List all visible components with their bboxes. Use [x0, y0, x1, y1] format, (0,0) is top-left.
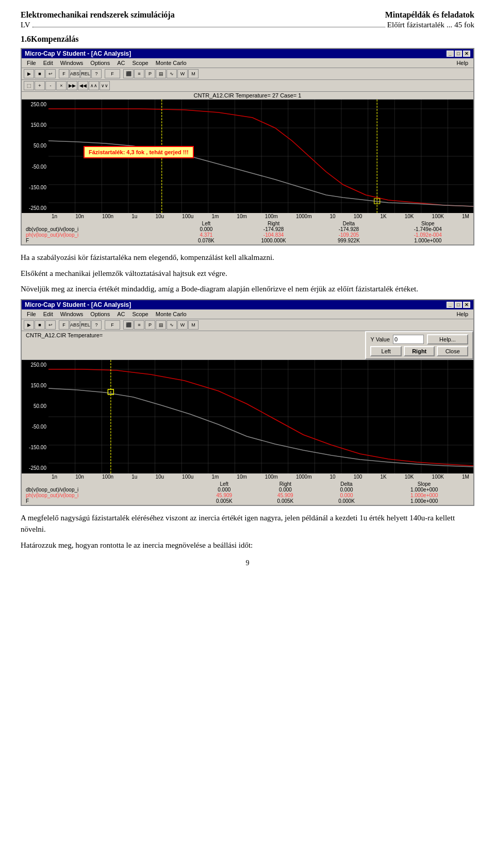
menu-edit-2[interactable]: Edit	[40, 310, 56, 318]
toolbar-btn-8[interactable]: F	[105, 69, 120, 78]
toolbar-btn-1[interactable]: ▶	[24, 69, 34, 78]
toolbar2-btn-8[interactable]: F	[105, 320, 120, 330]
toolbar2-btn-7[interactable]: ?	[91, 320, 102, 330]
toolbar-btn-b2[interactable]: +	[35, 81, 45, 90]
menu-montecarlo-1[interactable]: Monte Carlo	[153, 59, 190, 67]
close-btn-2[interactable]: ✕	[463, 302, 470, 308]
menubar-2: File Edit Windows Options AC Scope Monte…	[22, 309, 473, 319]
maximize-btn[interactable]: □	[455, 51, 462, 57]
toolbar2-btn-15[interactable]: M	[188, 320, 199, 330]
toolbar-btn-b1[interactable]: ⬚	[24, 81, 34, 90]
minimize-btn-2[interactable]: _	[447, 302, 454, 308]
x-axis-1: 1n 10n 100n 1u 10u 100u 1m 10m 100m 1000…	[22, 213, 473, 220]
toolbar-btn-b6[interactable]: ◀◀	[78, 81, 88, 90]
menu-scope-1[interactable]: Scope	[129, 59, 152, 67]
y-label-2: 150.00	[23, 122, 47, 128]
col-h4: Slope	[385, 221, 471, 226]
col-h3: Delta	[313, 221, 384, 226]
menu-file-1[interactable]: File	[24, 59, 39, 67]
toolbar2-btn-13[interactable]: ∿	[167, 320, 177, 330]
toolbar2-btn-2[interactable]: ■	[35, 320, 45, 330]
toolbar2-btn-6[interactable]: REL	[80, 320, 91, 330]
row2-1-label: db(v(loop_out)/v(loop_i	[24, 487, 193, 493]
toolbar2-btn-9[interactable]: ⬛	[123, 320, 134, 330]
data-table-2: Left Right Delta Slope db(v(loop_out)/v(…	[24, 481, 471, 504]
toolbar-btn-11[interactable]: P	[145, 69, 155, 78]
toolbar-btn-b4[interactable]: ×	[56, 81, 67, 90]
maximize-btn-2[interactable]: □	[455, 302, 462, 308]
toolbar-btn-15[interactable]: M	[188, 69, 199, 78]
row2-3-delta: 0.000K	[316, 498, 377, 504]
row1-left: 0.000	[178, 226, 234, 232]
y2-label-4: -50.00	[23, 424, 47, 430]
body-text-1: Ha a szabályozási kör fázistartaléka nem…	[21, 252, 474, 264]
row2-delta: -109.205	[313, 232, 384, 238]
menu-scope-2[interactable]: Scope	[129, 310, 152, 318]
toolbar-btn-7[interactable]: ?	[91, 69, 102, 78]
menu-options-2[interactable]: Options	[87, 310, 113, 318]
x-axis-2: 1n 10n 100n 1u 10u 100u 1m 10m 100m 1000…	[22, 473, 473, 480]
menu-montecarlo-2[interactable]: Monte Carlo	[153, 310, 190, 318]
menu-edit-1[interactable]: Edit	[40, 59, 56, 67]
menu-help-2[interactable]: Help	[453, 310, 471, 318]
toolbar2-btn-10[interactable]: ≡	[134, 320, 144, 330]
toolbar-btn-9[interactable]: ⬛	[123, 69, 134, 78]
help-button[interactable]: Help...	[427, 334, 468, 345]
row3-right: 1000.000K	[234, 238, 313, 243]
menu-options-1[interactable]: Options	[87, 59, 113, 67]
row2-label: ph(v(loop_out)/v(loop_i	[24, 232, 178, 238]
menu-windows-2[interactable]: Windows	[57, 310, 87, 318]
toolbar-btn-14[interactable]: W	[177, 69, 188, 78]
toolbar2-btn-14[interactable]: W	[177, 320, 188, 330]
x-100m: 100m	[265, 214, 278, 219]
toolbar2-btn-3[interactable]: ↩	[45, 320, 56, 330]
toolbar-btn-3[interactable]: ↩	[45, 69, 56, 78]
plot-container-1: 250.00 150.00 50.00 -50.00 -150.00 -250.…	[22, 100, 473, 213]
toolbar-btn-13[interactable]: ∿	[167, 69, 177, 78]
toolbar-btn-b3[interactable]: -	[45, 81, 56, 90]
yvalue-row: Y Value Help...	[370, 334, 468, 345]
toolbar-btn-10[interactable]: ≡	[134, 69, 144, 78]
close-button[interactable]: Close	[437, 346, 468, 356]
x2-100u: 100u	[182, 474, 193, 480]
toolbar-btn-b7[interactable]: ∧∧	[89, 81, 99, 90]
menu-help-1[interactable]: Help	[453, 59, 471, 67]
toolbar2-btn-11[interactable]: P	[145, 320, 155, 330]
toolbar-btn-4[interactable]: F	[59, 69, 69, 78]
menu-file-2[interactable]: File	[24, 310, 39, 318]
toolbar2-btn-5[interactable]: ABS	[70, 320, 80, 330]
left-button[interactable]: Left	[370, 346, 402, 356]
right-button[interactable]: Right	[404, 346, 435, 356]
x2-10: 10	[330, 474, 336, 480]
toolbar-btn-5[interactable]: ABS	[70, 69, 80, 78]
minimize-btn[interactable]: _	[447, 51, 454, 57]
yvalue-input[interactable]	[393, 335, 424, 344]
row2-3-slope: 1.000e+000	[377, 498, 471, 504]
sep2-1	[56, 320, 58, 330]
x-1000m: 1000m	[296, 214, 312, 219]
titlebar-2: Micro-Cap V Student - [AC Analysis] _ □ …	[22, 300, 473, 309]
col-h1: Left	[178, 221, 234, 226]
toolbar2-btn-12[interactable]: ▤	[156, 320, 166, 330]
toolbar-btn-6[interactable]: REL	[80, 69, 91, 78]
menu-ac-1[interactable]: AC	[114, 59, 128, 67]
menu-windows-1[interactable]: Windows	[57, 59, 87, 67]
x2-100n: 100n	[102, 474, 113, 480]
menu-ac-2[interactable]: AC	[114, 310, 128, 318]
row2-3-right: 0.005K	[255, 498, 316, 504]
toolbar2-btn-1[interactable]: ▶	[24, 320, 34, 330]
x2-10m: 10m	[237, 474, 246, 480]
titlebar-buttons: _ □ ✕	[447, 51, 470, 57]
toolbar2-btn-4[interactable]: F	[59, 320, 69, 330]
toolbar-btn-b8[interactable]: ∨∨	[100, 81, 110, 90]
close-btn-1[interactable]: ✕	[463, 51, 470, 57]
x-100u: 100u	[182, 214, 193, 219]
x2-1n: 1n	[52, 474, 57, 480]
row2-2-right: 45.909	[255, 493, 316, 498]
sep2-2	[102, 320, 104, 330]
row2-3-label: F	[24, 498, 193, 504]
toolbar-btn-2[interactable]: ■	[35, 69, 45, 78]
toolbar-btn-12[interactable]: ▤	[156, 69, 166, 78]
toolbar-btn-b5[interactable]: ▶▶	[67, 81, 77, 90]
yvalue-btn-row: Left Right Close	[370, 346, 468, 356]
